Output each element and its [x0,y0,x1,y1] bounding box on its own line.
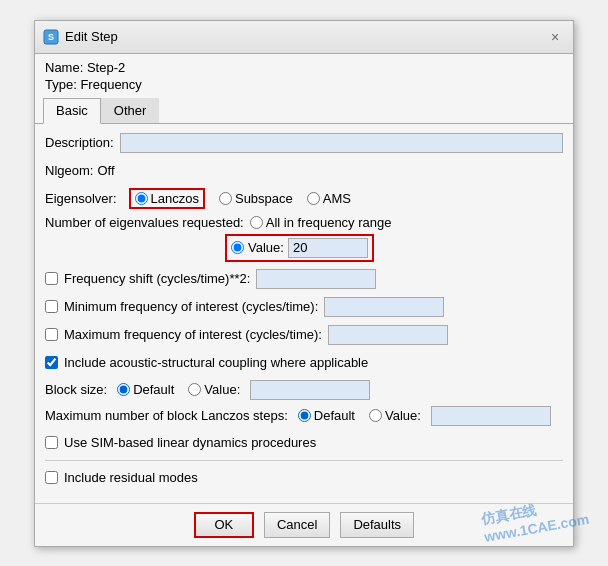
radio-block-value[interactable] [188,383,201,396]
acoustic-label[interactable]: Include acoustic-structural coupling whe… [64,355,368,370]
block-value-option: Value: [188,382,240,397]
eigensolver-row: Eigensolver: Lanczos Subspace AMS [45,188,563,209]
description-input[interactable] [120,133,563,153]
acoustic-checkbox[interactable] [45,356,58,369]
min-freq-row: Minimum frequency of interest (cycles/ti… [45,296,563,318]
max-block-value-label[interactable]: Value: [385,408,421,423]
tab-other[interactable]: Other [101,98,160,123]
radio-all-in-range[interactable] [250,216,263,229]
subspace-option: Subspace [219,191,293,206]
block-size-input[interactable] [250,380,370,400]
eigenvalues-row: Number of eigenvalues requested: All in … [45,215,563,230]
all-in-range-option: All in frequency range [250,215,392,230]
nlgeom-row: Nlgeom: Off [45,160,563,182]
tab-basic[interactable]: Basic [43,98,101,124]
value-input[interactable] [288,238,368,258]
freq-shift-checkbox[interactable] [45,272,58,285]
acoustic-row: Include acoustic-structural coupling whe… [45,352,563,374]
cancel-button[interactable]: Cancel [264,512,330,538]
type-row: Type: Frequency [45,77,563,92]
block-default-label[interactable]: Default [133,382,174,397]
title-bar: S Edit Step × [35,21,573,54]
block-size-row: Block size: Default Value: [45,380,563,400]
value-row: Value: [225,234,563,262]
radio-max-block-default[interactable] [298,409,311,422]
freq-shift-label[interactable]: Frequency shift (cycles/time)**2: [64,271,250,286]
tab-bar: Basic Other [35,98,573,124]
nlgeom-label: Nlgeom: [45,163,93,178]
residual-label[interactable]: Include residual modes [64,470,198,485]
min-freq-label[interactable]: Minimum frequency of interest (cycles/ti… [64,299,318,314]
subspace-label[interactable]: Subspace [235,191,293,206]
lanczos-label[interactable]: Lanczos [151,191,199,206]
max-freq-checkbox[interactable] [45,328,58,341]
name-value: Step-2 [87,60,125,75]
max-freq-input[interactable] [328,325,448,345]
eigensolver-label: Eigensolver: [45,191,117,206]
divider [45,460,563,461]
max-block-row: Maximum number of block Lanczos steps: D… [45,406,563,426]
name-label: Name: [45,60,83,75]
max-block-label: Maximum number of block Lanczos steps: [45,408,288,423]
sim-label[interactable]: Use SIM-based linear dynamics procedures [64,435,316,450]
description-label: Description: [45,135,114,150]
min-freq-input[interactable] [324,297,444,317]
radio-lanczos[interactable] [135,192,148,205]
bottom-buttons: OK Cancel Defaults [35,503,573,546]
radio-ams[interactable] [307,192,320,205]
max-block-value-option: Value: [369,408,421,423]
info-section: Name: Step-2 Type: Frequency [35,54,573,94]
ams-label[interactable]: AMS [323,191,351,206]
residual-row: Include residual modes [45,467,563,489]
max-block-default-label[interactable]: Default [314,408,355,423]
radio-subspace[interactable] [219,192,232,205]
dialog-title: Edit Step [65,29,118,44]
max-freq-label[interactable]: Maximum frequency of interest (cycles/ti… [64,327,322,342]
max-freq-row: Maximum frequency of interest (cycles/ti… [45,324,563,346]
num-eigenvalues-label: Number of eigenvalues requested: [45,215,244,230]
value-box: Value: [225,234,374,262]
ok-button[interactable]: OK [194,512,254,538]
defaults-button[interactable]: Defaults [340,512,414,538]
lanczos-box: Lanczos [129,188,205,209]
value-label[interactable]: Value: [248,240,284,255]
dialog-icon: S [43,29,59,45]
svg-text:S: S [48,32,54,42]
type-label: Type: [45,77,77,92]
block-size-label: Block size: [45,382,107,397]
type-value: Frequency [80,77,141,92]
freq-shift-row: Frequency shift (cycles/time)**2: [45,268,563,290]
ams-option: AMS [307,191,351,206]
radio-max-block-value[interactable] [369,409,382,422]
radio-block-default[interactable] [117,383,130,396]
edit-step-dialog: S Edit Step × Name: Step-2 Type: Frequen… [34,20,574,547]
block-default-option: Default [117,382,174,397]
sim-checkbox[interactable] [45,436,58,449]
max-block-default-option: Default [298,408,355,423]
tab-content: Description: Nlgeom: Off Eigensolver: La… [35,124,573,503]
all-in-range-label[interactable]: All in frequency range [266,215,392,230]
nlgeom-value: Off [97,163,114,178]
block-value-label[interactable]: Value: [204,382,240,397]
description-row: Description: [45,132,563,154]
residual-checkbox[interactable] [45,471,58,484]
title-bar-left: S Edit Step [43,29,118,45]
max-block-input[interactable] [431,406,551,426]
name-row: Name: Step-2 [45,60,563,75]
close-button[interactable]: × [545,27,565,47]
freq-shift-input[interactable] [256,269,376,289]
radio-value[interactable] [231,241,244,254]
sim-row: Use SIM-based linear dynamics procedures [45,432,563,454]
min-freq-checkbox[interactable] [45,300,58,313]
